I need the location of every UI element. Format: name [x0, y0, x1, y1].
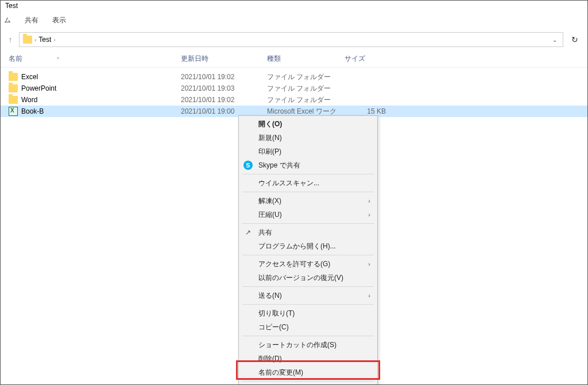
- file-list: Excel2021/10/01 19:02ファイル フォルダーPowerPoin…: [1, 68, 587, 117]
- breadcrumb-row: ↑ › Test › ⌄ ↻: [1, 29, 587, 50]
- context-menu-separator: [242, 174, 374, 174]
- chevron-right-icon: ›: [368, 197, 370, 204]
- file-name: PowerPoint: [21, 84, 56, 92]
- context-menu-label: アクセスを許可する(G): [258, 259, 330, 269]
- file-size: 15 KB: [345, 107, 390, 115]
- context-menu-item[interactable]: 送る(N)›: [239, 289, 377, 302]
- file-date: 2021/10/01 19:02: [181, 96, 267, 104]
- context-menu-item[interactable]: 切り取り(T): [239, 306, 377, 320]
- refresh-icon[interactable]: ↻: [568, 35, 582, 44]
- context-menu-separator: [242, 381, 374, 382]
- context-menu-item[interactable]: 解凍(X)›: [239, 194, 377, 208]
- context-menu-separator: [242, 255, 374, 255]
- context-menu-label: 削除(D): [258, 354, 282, 364]
- folder-icon: [9, 73, 18, 81]
- context-menu-item[interactable]: ショートカットの作成(S): [239, 338, 377, 352]
- context-menu-label: コピー(C): [258, 322, 289, 332]
- breadcrumb-segment[interactable]: Test: [38, 36, 51, 44]
- folder-icon: [23, 36, 32, 44]
- file-row[interactable]: Word2021/10/01 19:02ファイル フォルダー: [1, 94, 587, 106]
- context-menu-label: Skype で共有: [258, 161, 300, 170]
- column-header-name[interactable]: 名前 ^: [9, 54, 181, 64]
- column-header-date[interactable]: 更新日時: [181, 54, 267, 64]
- context-menu-label: ショートカットの作成(S): [258, 340, 336, 350]
- file-type: Microsoft Excel ワーク: [267, 107, 345, 116]
- up-arrow-icon[interactable]: ↑: [6, 35, 14, 44]
- context-menu-label: 送る(N): [258, 291, 282, 301]
- file-row[interactable]: Excel2021/10/01 19:02ファイル フォルダー: [1, 71, 587, 83]
- file-type: ファイル フォルダー: [267, 72, 345, 82]
- context-menu-label: 名前の変更(M): [258, 368, 303, 378]
- context-menu-label: 切り取り(T): [258, 309, 295, 318]
- context-menu-separator: [242, 304, 374, 305]
- context-menu-item[interactable]: 圧縮(U)›: [239, 208, 377, 221]
- file-name: Word: [21, 96, 37, 104]
- column-name-label: 名前: [9, 54, 22, 64]
- context-menu-label: 以前のバージョンの復元(V): [258, 273, 343, 283]
- context-menu-separator: [242, 286, 374, 287]
- file-name: Excel: [21, 73, 38, 81]
- context-menu: 開く(O)新規(N)印刷(P)SSkype で共有ウイルススキャン...解凍(X…: [238, 115, 378, 385]
- file-date: 2021/10/01 19:03: [181, 84, 267, 92]
- share-icon: ↗: [243, 228, 253, 237]
- ribbon-tab-share[interactable]: 共有: [25, 15, 38, 25]
- file-row[interactable]: PowerPoint2021/10/01 19:03ファイル フォルダー: [1, 83, 587, 94]
- folder-icon: [9, 84, 18, 92]
- context-menu-item[interactable]: プログラムから開く(H)...: [239, 239, 377, 253]
- address-dropdown-icon[interactable]: ⌄: [550, 37, 559, 43]
- excel-icon: [9, 107, 18, 116]
- context-menu-item[interactable]: 名前の変更(M): [239, 365, 377, 379]
- context-menu-separator: [242, 336, 374, 336]
- context-menu-item[interactable]: 新規(N): [239, 131, 377, 145]
- address-bar[interactable]: › Test › ⌄: [19, 32, 563, 47]
- context-menu-separator: [242, 192, 374, 192]
- context-menu-item[interactable]: SSkype で共有: [239, 158, 377, 172]
- file-name: Book-B: [21, 107, 44, 115]
- context-menu-separator: [242, 223, 374, 224]
- context-menu-item[interactable]: ウイルススキャン...: [239, 176, 377, 190]
- context-menu-label: 印刷(P): [258, 147, 281, 157]
- columns-header: 名前 ^ 更新日時 種類 サイズ: [1, 50, 587, 68]
- context-menu-item[interactable]: 開く(O): [239, 117, 377, 131]
- file-date: 2021/10/01 19:00: [181, 107, 267, 115]
- context-menu-label: 圧縮(U): [258, 210, 282, 220]
- context-menu-item[interactable]: 以前のバージョンの復元(V): [239, 271, 377, 285]
- file-type: ファイル フォルダー: [267, 84, 345, 94]
- chevron-right-icon: ›: [368, 260, 370, 267]
- ribbon-tab-home[interactable]: ム: [4, 15, 11, 25]
- skype-icon: S: [243, 161, 253, 170]
- chevron-right-icon: ›: [368, 292, 370, 299]
- column-header-type[interactable]: 種類: [267, 54, 345, 64]
- chevron-right-icon: ›: [368, 211, 370, 218]
- context-menu-item[interactable]: 削除(D): [239, 352, 377, 365]
- context-menu-label: 新規(N): [258, 133, 282, 143]
- context-menu-item[interactable]: ↗共有: [239, 225, 377, 239]
- file-date: 2021/10/01 19:02: [181, 73, 267, 81]
- sort-caret-icon: ^: [57, 56, 59, 62]
- context-menu-label: プログラムから開く(H)...: [258, 242, 336, 251]
- window-title: Test: [1, 1, 587, 12]
- chevron-right-icon: ›: [53, 37, 55, 43]
- context-menu-item[interactable]: 印刷(P): [239, 145, 377, 158]
- context-menu-label: 開く(O): [258, 119, 282, 129]
- ribbon-tab-view[interactable]: 表示: [52, 15, 66, 25]
- column-header-size[interactable]: サイズ: [345, 54, 390, 64]
- context-menu-label: 解凍(X): [258, 196, 281, 206]
- chevron-right-icon: ›: [34, 37, 36, 43]
- context-menu-label: 共有: [258, 228, 272, 238]
- file-type: ファイル フォルダー: [267, 95, 345, 105]
- ribbon-tabs: ム 共有 表示: [1, 12, 587, 29]
- context-menu-label: ウイルススキャン...: [258, 178, 319, 188]
- folder-icon: [9, 96, 18, 104]
- context-menu-item[interactable]: コピー(C): [239, 320, 377, 334]
- context-menu-item[interactable]: アクセスを許可する(G)›: [239, 257, 377, 271]
